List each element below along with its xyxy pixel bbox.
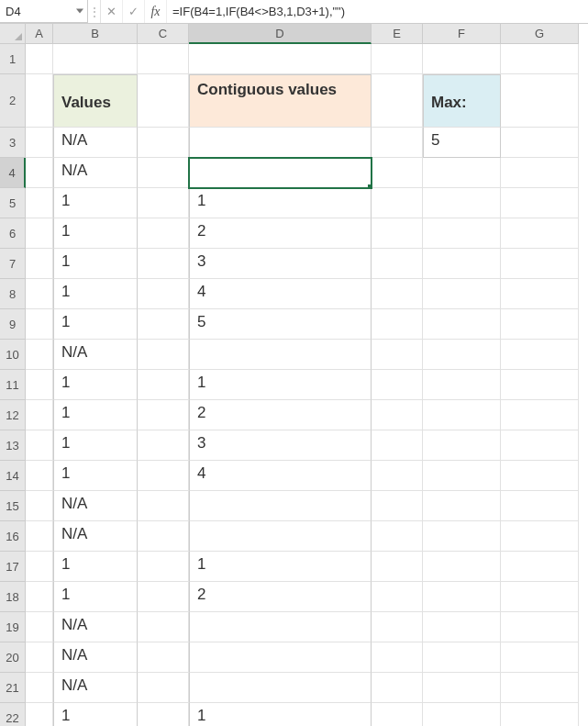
cell-A10[interactable] <box>26 340 53 370</box>
cell-E13[interactable] <box>372 430 423 461</box>
cell-D11[interactable]: 1 <box>189 370 372 400</box>
cell-F1[interactable] <box>423 44 501 74</box>
cell-E12[interactable] <box>372 400 423 430</box>
row-header-21[interactable]: 21 <box>0 673 26 703</box>
cell-D7[interactable]: 3 <box>189 249 372 279</box>
cell-A4[interactable] <box>26 158 53 188</box>
cell-F6[interactable] <box>423 218 501 249</box>
cell-E2[interactable] <box>372 74 423 128</box>
cell-F20[interactable] <box>423 642 501 673</box>
fill-handle[interactable] <box>368 184 372 188</box>
cell-B12[interactable]: 1 <box>53 400 138 430</box>
cell-C17[interactable] <box>138 552 189 582</box>
cell-B19[interactable]: N/A <box>53 612 138 642</box>
cell-B14[interactable]: 1 <box>53 461 138 491</box>
cell-D4[interactable] <box>189 158 372 188</box>
cell-B22[interactable]: 1 <box>53 703 138 726</box>
cell-F14[interactable] <box>423 461 501 491</box>
cell-B7[interactable]: 1 <box>53 249 138 279</box>
cell-A14[interactable] <box>26 461 53 491</box>
row-header-8[interactable]: 8 <box>0 279 26 309</box>
cell-B5[interactable]: 1 <box>53 188 138 218</box>
cell-D16[interactable] <box>189 521 372 552</box>
cell-E8[interactable] <box>372 279 423 309</box>
row-header-18[interactable]: 18 <box>0 582 26 612</box>
cell-B11[interactable]: 1 <box>53 370 138 400</box>
cell-D18[interactable]: 2 <box>189 582 372 612</box>
cell-D2[interactable]: Contiguous values <box>189 74 372 128</box>
cell-G21[interactable] <box>501 673 579 703</box>
name-box[interactable]: D4 <box>0 0 88 23</box>
cell-A21[interactable] <box>26 673 53 703</box>
cell-E17[interactable] <box>372 552 423 582</box>
cell-A18[interactable] <box>26 582 53 612</box>
cell-C7[interactable] <box>138 249 189 279</box>
cell-A9[interactable] <box>26 309 53 340</box>
cell-G9[interactable] <box>501 309 579 340</box>
cell-F10[interactable] <box>423 340 501 370</box>
cell-A20[interactable] <box>26 642 53 673</box>
row-header-17[interactable]: 17 <box>0 552 26 582</box>
cell-F5[interactable] <box>423 188 501 218</box>
cell-A12[interactable] <box>26 400 53 430</box>
cell-F15[interactable] <box>423 491 501 521</box>
cell-E19[interactable] <box>372 612 423 642</box>
col-header-d[interactable]: D <box>189 24 372 44</box>
cell-C20[interactable] <box>138 642 189 673</box>
cell-C15[interactable] <box>138 491 189 521</box>
cell-D20[interactable] <box>189 642 372 673</box>
cell-A7[interactable] <box>26 249 53 279</box>
cell-A6[interactable] <box>26 218 53 249</box>
cell-D3[interactable] <box>189 128 372 158</box>
cell-C8[interactable] <box>138 279 189 309</box>
cell-B13[interactable]: 1 <box>53 430 138 461</box>
cell-D6[interactable]: 2 <box>189 218 372 249</box>
col-header-f[interactable]: F <box>423 24 501 44</box>
cell-C21[interactable] <box>138 673 189 703</box>
cell-C6[interactable] <box>138 218 189 249</box>
cell-A2[interactable] <box>26 74 53 128</box>
row-header-7[interactable]: 7 <box>0 249 26 279</box>
vdots-icon[interactable]: ⋮ <box>88 0 101 23</box>
cell-F12[interactable] <box>423 400 501 430</box>
select-all-corner[interactable] <box>0 24 26 44</box>
cell-D10[interactable] <box>189 340 372 370</box>
cell-E5[interactable] <box>372 188 423 218</box>
cell-F2[interactable]: Max: <box>423 74 501 128</box>
cell-F4[interactable] <box>423 158 501 188</box>
cell-B6[interactable]: 1 <box>53 218 138 249</box>
row-header-10[interactable]: 10 <box>0 340 26 370</box>
cell-E7[interactable] <box>372 249 423 279</box>
row-header-20[interactable]: 20 <box>0 642 26 673</box>
row-header-15[interactable]: 15 <box>0 491 26 521</box>
col-header-g[interactable]: G <box>501 24 579 44</box>
row-header-3[interactable]: 3 <box>0 128 26 158</box>
cell-F8[interactable] <box>423 279 501 309</box>
cell-D14[interactable]: 4 <box>189 461 372 491</box>
cell-A11[interactable] <box>26 370 53 400</box>
cell-E21[interactable] <box>372 673 423 703</box>
cell-A17[interactable] <box>26 552 53 582</box>
cell-B15[interactable]: N/A <box>53 491 138 521</box>
cell-D19[interactable] <box>189 612 372 642</box>
cell-G7[interactable] <box>501 249 579 279</box>
cell-E22[interactable] <box>372 703 423 726</box>
cell-B1[interactable] <box>53 44 138 74</box>
cell-F17[interactable] <box>423 552 501 582</box>
cell-E11[interactable] <box>372 370 423 400</box>
row-header-5[interactable]: 5 <box>0 188 26 218</box>
cell-F3[interactable]: 5 <box>423 128 501 158</box>
cell-E18[interactable] <box>372 582 423 612</box>
cell-B20[interactable]: N/A <box>53 642 138 673</box>
row-header-22[interactable]: 22 <box>0 703 26 726</box>
cell-G6[interactable] <box>501 218 579 249</box>
cell-C16[interactable] <box>138 521 189 552</box>
cell-G14[interactable] <box>501 461 579 491</box>
cell-E14[interactable] <box>372 461 423 491</box>
col-header-c[interactable]: C <box>138 24 189 44</box>
cell-B4[interactable]: N/A <box>53 158 138 188</box>
cell-D5[interactable]: 1 <box>189 188 372 218</box>
row-header-4[interactable]: 4 <box>0 158 26 188</box>
row-header-11[interactable]: 11 <box>0 370 26 400</box>
cell-G18[interactable] <box>501 582 579 612</box>
